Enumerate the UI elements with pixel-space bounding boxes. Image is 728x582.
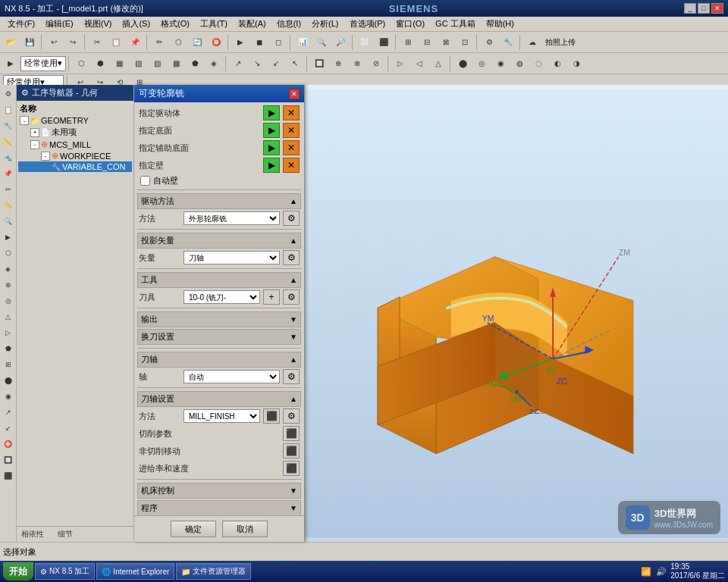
taskbar-explorer-btn[interactable]: 📁 文件资源管理器 xyxy=(176,563,251,580)
tb2-d1[interactable]: 🔲 xyxy=(310,55,328,72)
taskbar-nx-btn[interactable]: ⚙ NX 8.5 加工 xyxy=(35,563,95,580)
dialog-axis-settings-btn[interactable]: ⚙ xyxy=(283,369,300,384)
tb2-c2[interactable]: ↘ xyxy=(248,55,266,72)
dialog-cancel-button[interactable]: 取消 xyxy=(222,521,268,537)
tb-view1[interactable]: 🔍 xyxy=(312,34,331,51)
dialog-specify-blade-orange-btn[interactable]: ✕ xyxy=(283,158,300,173)
side-icon-15[interactable]: △ xyxy=(1,309,16,324)
tb-cmd1[interactable]: ▶ xyxy=(231,34,249,51)
dialog-axis-select[interactable]: 自动 xyxy=(184,370,280,383)
tb2-f2[interactable]: ◎ xyxy=(472,55,491,72)
dialog-vector-settings-btn[interactable]: ⚙ xyxy=(283,250,300,265)
tb-extrude[interactable]: ⬡ xyxy=(169,34,187,51)
dialog-axis-method-btn[interactable]: ⬛ xyxy=(263,408,280,424)
tb-cloud[interactable]: ☁ xyxy=(523,34,541,51)
menu-analysis[interactable]: 分析(L) xyxy=(307,17,343,31)
side-icon-4[interactable]: 📐 xyxy=(1,134,16,149)
side-icon-9[interactable]: 🔍 xyxy=(1,214,16,229)
tb-undo[interactable]: ↩ xyxy=(45,34,63,51)
side-icon-12[interactable]: ◈ xyxy=(1,261,16,277)
side-icon-13[interactable]: ⊕ xyxy=(1,277,16,293)
tb-cmd2[interactable]: ◼ xyxy=(250,34,268,51)
tb2-b4[interactable]: ▧ xyxy=(129,55,147,72)
dialog-projection-header[interactable]: 投影矢量 ▲ xyxy=(137,233,301,249)
dialog-vector-select[interactable]: 刀轴 xyxy=(184,251,280,264)
menu-help[interactable]: 帮助(H) xyxy=(482,17,519,31)
menu-gctoolbox[interactable]: GC 工具箱 xyxy=(431,17,480,31)
side-icon-3[interactable]: 🔧 xyxy=(1,118,16,133)
dialog-axis-method-select[interactable]: MILL_FINISH xyxy=(184,409,260,423)
side-icon-20[interactable]: ◉ xyxy=(1,389,16,404)
tb-hole[interactable]: ⭕ xyxy=(207,34,225,51)
dialog-auto-blade-checkbox[interactable] xyxy=(140,176,150,186)
dialog-method-select[interactable]: 外形轮廓铣 xyxy=(184,211,280,225)
dialog-cut-params-btn[interactable]: ⬛ xyxy=(283,426,300,441)
taskbar-start-button[interactable]: 开始 xyxy=(3,562,33,580)
menu-view[interactable]: 视图(V) xyxy=(80,17,117,31)
side-icon-17[interactable]: ⬟ xyxy=(1,341,16,356)
dialog-specify-bottom-orange-btn[interactable]: ✕ xyxy=(283,123,300,138)
menu-format[interactable]: 格式(O) xyxy=(156,17,194,31)
side-icon-5[interactable]: 🔩 xyxy=(1,150,16,165)
dialog-specify-bottom-btn[interactable]: ▶ xyxy=(263,123,280,138)
dialog-program-header[interactable]: 程序 ▼ xyxy=(137,500,301,515)
dialog-close-button[interactable]: ✕ xyxy=(289,89,300,99)
nav-detail-label[interactable]: 细节 xyxy=(55,528,76,540)
tb2-b8[interactable]: ◈ xyxy=(205,55,223,72)
tb-axis3[interactable]: ⊠ xyxy=(437,34,455,51)
side-icon-7[interactable]: ✂ xyxy=(1,182,16,197)
tb2-b7[interactable]: ⬟ xyxy=(186,55,204,72)
side-icon-1[interactable]: ⚙ xyxy=(1,86,16,102)
dialog-ok-button[interactable]: 确定 xyxy=(171,521,216,537)
side-icon-10[interactable]: ▶ xyxy=(1,230,16,245)
side-icon-14[interactable]: ◎ xyxy=(1,293,16,308)
dialog-specify-blade-btn[interactable]: ▶ xyxy=(263,158,280,173)
side-icon-8[interactable]: 📏 xyxy=(1,198,16,213)
menu-info[interactable]: 信息(I) xyxy=(272,17,306,31)
tree-expand-unused[interactable]: + xyxy=(30,128,39,137)
menu-window[interactable]: 窗口(O) xyxy=(391,17,429,31)
menu-insert[interactable]: 插入(S) xyxy=(118,17,155,31)
tb-cut[interactable]: ✂ xyxy=(88,34,106,51)
maximize-button[interactable]: □ xyxy=(698,3,710,14)
tb-view2[interactable]: 🔎 xyxy=(331,34,350,51)
dialog-feedrate-header[interactable]: 换刀设置 ▼ xyxy=(137,329,301,345)
tb-redo[interactable]: ↪ xyxy=(64,34,82,51)
taskbar-ie-btn[interactable]: 🌐 Internet Explorer xyxy=(96,563,174,580)
menu-file[interactable]: 文件(F) xyxy=(3,17,39,31)
tb-cam1[interactable]: ⚙ xyxy=(480,34,498,51)
tb2-f6[interactable]: ◐ xyxy=(548,55,566,72)
tb2-b5[interactable]: ▨ xyxy=(148,55,166,72)
tb-axis4[interactable]: ⊡ xyxy=(456,34,474,51)
dialog-specify-aux-orange-btn[interactable]: ✕ xyxy=(283,140,300,155)
tb2-start[interactable]: ▶ xyxy=(2,55,20,72)
nav-dependency-label[interactable]: 相依性 xyxy=(18,528,47,540)
tb-cloud-label[interactable]: 拍照上传 xyxy=(542,37,579,48)
tree-expand-geometry[interactable]: - xyxy=(20,116,29,125)
tb2-e1[interactable]: ▷ xyxy=(391,55,410,72)
tb-revolve[interactable]: 🔄 xyxy=(188,34,206,51)
tb2-d4[interactable]: ⊘ xyxy=(367,55,385,72)
tb-save[interactable]: 💾 xyxy=(20,34,39,51)
tb-copy[interactable]: 📋 xyxy=(107,34,125,51)
tree-expand-mcs-mill[interactable]: - xyxy=(30,140,39,149)
dialog-axis-settings-header[interactable]: 刀轴设置 ▲ xyxy=(137,391,301,407)
tree-item-geometry[interactable]: - 📁 GEOMETRY xyxy=(18,115,132,126)
dialog-specify-aux-btn[interactable]: ▶ xyxy=(263,140,280,155)
tb2-c1[interactable]: ↗ xyxy=(229,55,247,72)
tb2-f4[interactable]: ◍ xyxy=(510,55,529,72)
dialog-tool-settings-btn[interactable]: ⚙ xyxy=(283,289,300,305)
tb2-f1[interactable]: ⬤ xyxy=(453,55,472,72)
tb2-f3[interactable]: ◉ xyxy=(491,55,510,72)
tb2-f7[interactable]: ◑ xyxy=(567,55,585,72)
side-icon-6[interactable]: 📌 xyxy=(1,166,16,181)
side-icon-22[interactable]: ↙ xyxy=(1,421,16,436)
side-icon-21[interactable]: ↗ xyxy=(1,405,16,420)
tree-item-mcs-mill[interactable]: - ⊕ MCS_MILL xyxy=(18,139,132,150)
dialog-tool-header[interactable]: 工具 ▲ xyxy=(137,272,301,288)
dialog-specify-drive-green-btn[interactable]: ▶ xyxy=(263,105,280,120)
close-button[interactable]: ✕ xyxy=(711,3,723,14)
tb-layer[interactable]: 📊 xyxy=(293,34,312,51)
dialog-output-header[interactable]: 输出 ▼ xyxy=(137,311,301,327)
tb2-dropdown[interactable]: 经常使用▾ xyxy=(20,56,66,71)
